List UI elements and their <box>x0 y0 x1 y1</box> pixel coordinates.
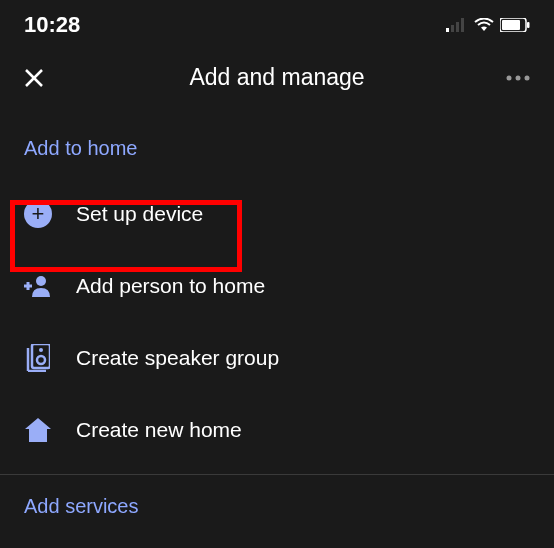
svg-point-11 <box>525 75 530 80</box>
page-title: Add and manage <box>52 64 502 91</box>
battery-icon <box>500 18 530 32</box>
svg-rect-6 <box>527 22 530 28</box>
section-title-add-to-home: Add to home <box>0 117 554 178</box>
svg-rect-2 <box>456 22 459 32</box>
svg-point-10 <box>516 75 521 80</box>
close-button[interactable] <box>24 68 52 88</box>
header: Add and manage <box>0 46 554 117</box>
list-item-create-home[interactable]: Create new home <box>0 394 554 466</box>
list-item-label: Create new home <box>76 418 242 442</box>
more-button[interactable] <box>502 75 530 81</box>
list-item-label: Add person to home <box>76 274 265 298</box>
svg-rect-1 <box>451 25 454 32</box>
status-icons <box>446 18 530 32</box>
svg-rect-5 <box>502 20 520 30</box>
svg-point-16 <box>39 348 43 352</box>
list-item-label: Create speaker group <box>76 346 279 370</box>
more-icon <box>506 75 530 81</box>
list-item-label: Set up device <box>76 202 203 226</box>
status-time: 10:28 <box>24 12 80 38</box>
speaker-icon <box>24 344 52 372</box>
list-item-setup-device[interactable]: Set up device <box>0 178 554 250</box>
cellular-icon <box>446 18 468 32</box>
add-person-icon <box>24 272 52 300</box>
section-title-add-services: Add services <box>0 475 554 536</box>
svg-rect-0 <box>446 28 449 32</box>
status-bar: 10:28 <box>0 0 554 46</box>
plus-circle-icon <box>24 200 52 228</box>
svg-point-12 <box>36 276 46 286</box>
close-icon <box>24 68 44 88</box>
wifi-icon <box>474 18 494 32</box>
svg-point-9 <box>507 75 512 80</box>
list-item-speaker-group[interactable]: Create speaker group <box>0 322 554 394</box>
list-item-add-person[interactable]: Add person to home <box>0 250 554 322</box>
svg-point-17 <box>37 356 45 364</box>
home-icon <box>24 416 52 444</box>
svg-rect-3 <box>461 18 464 32</box>
